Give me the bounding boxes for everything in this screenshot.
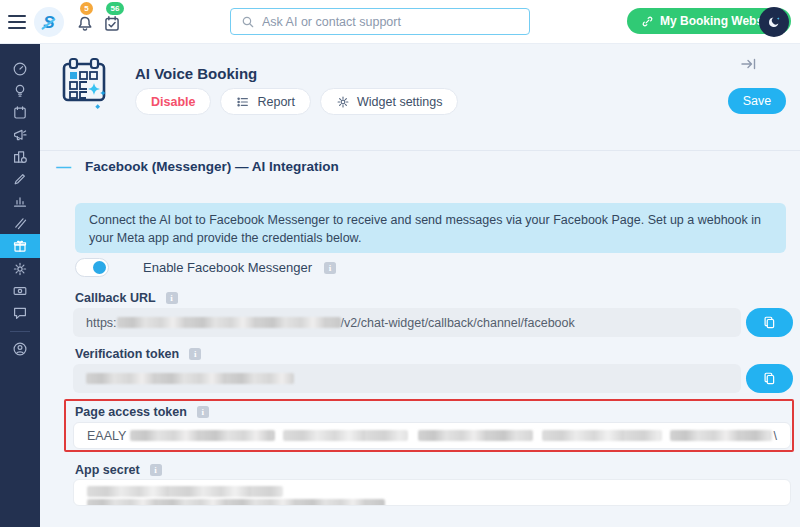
- search-icon: [241, 15, 255, 29]
- tasks-calendar-icon[interactable]: [103, 15, 121, 33]
- sidebar-item-marketing[interactable]: [0, 124, 40, 146]
- gift-icon: [12, 238, 28, 254]
- page-title: AI Voice Booking: [135, 65, 257, 82]
- header-divider: [40, 150, 800, 151]
- banknote-icon: [12, 283, 28, 299]
- save-button[interactable]: Save: [728, 88, 786, 114]
- info-icon[interactable]: i: [197, 406, 209, 418]
- section-header: — Facebook (Messenger) — AI Integration: [56, 158, 339, 175]
- enable-messenger-row: Enable Facebook Messenger i: [75, 258, 336, 277]
- main-content: AI Voice Booking Disable Report Widget s…: [40, 44, 800, 527]
- sidebar-item-company[interactable]: [0, 146, 40, 168]
- notifications-badge: 5: [80, 2, 93, 15]
- sidebar-item-reports[interactable]: [0, 190, 40, 212]
- section-title: Facebook (Messenger) — AI Integration: [85, 159, 339, 174]
- notifications-bell-icon[interactable]: [76, 15, 94, 33]
- sidebar-item-settings[interactable]: [0, 258, 40, 280]
- redacted-text: [670, 430, 771, 441]
- app-window: S 5 56 My Booking Website: [0, 0, 800, 527]
- tasks-badge: 56: [106, 2, 124, 15]
- redacted-text: [283, 430, 408, 441]
- info-icon[interactable]: i: [150, 464, 162, 476]
- toggle-knob: [93, 261, 106, 274]
- section-collapse-toggle[interactable]: —: [56, 158, 71, 175]
- page-access-token-label-row: Page access token i: [75, 405, 209, 419]
- app-secret-label-row: App secret i: [75, 463, 162, 477]
- buildings-gear-icon: [12, 149, 28, 165]
- copy-icon: [762, 315, 777, 330]
- gauge-icon: [12, 61, 28, 77]
- bar-chart-icon: [12, 193, 28, 209]
- sidebar-item-profile[interactable]: [0, 338, 40, 360]
- sidebar-item-calendar[interactable]: [0, 102, 40, 124]
- collapse-panel-icon[interactable]: [740, 56, 758, 72]
- ai-voice-booking-icon: [60, 57, 108, 111]
- search-input[interactable]: [262, 15, 519, 29]
- redacted-text: [117, 317, 341, 328]
- lightbulb-icon: [12, 83, 28, 99]
- redacted-text: [130, 430, 274, 441]
- search-box[interactable]: [230, 8, 530, 35]
- page-access-token-input[interactable]: EAALY\: [73, 422, 791, 449]
- top-bar: S 5 56 My Booking Website: [0, 0, 800, 44]
- sidebar-item-payments[interactable]: [0, 280, 40, 302]
- megaphone-icon: [12, 127, 28, 143]
- copy-verification-token-button[interactable]: [746, 364, 793, 393]
- sidebar-item-edit[interactable]: [0, 168, 40, 190]
- callback-url-label-row: Callback URL i: [75, 291, 178, 305]
- calendar-icon: [12, 105, 28, 121]
- info-icon[interactable]: i: [324, 262, 336, 274]
- sidebar-divider: [10, 331, 30, 332]
- redacted-text: [86, 373, 294, 384]
- redacted-text: [542, 430, 662, 441]
- redacted-text: [418, 430, 533, 441]
- page-actions: Disable Report Widget settings: [135, 88, 458, 115]
- diagonal-lines-icon: [12, 215, 28, 231]
- widget-settings-button[interactable]: Widget settings: [320, 88, 458, 115]
- redacted-text: [87, 486, 283, 497]
- report-button[interactable]: Report: [220, 88, 311, 115]
- copy-callback-url-button[interactable]: [746, 308, 793, 337]
- callback-url-input[interactable]: https:/v2/chat-widget/callback/channel/f…: [73, 308, 741, 337]
- copy-icon: [762, 371, 777, 386]
- info-icon[interactable]: i: [189, 348, 201, 360]
- sidebar-item-design[interactable]: [0, 212, 40, 234]
- sidebar-item-insights[interactable]: [0, 80, 40, 102]
- verification-token-label-row: Verification token i: [75, 347, 201, 361]
- hamburger-menu-icon[interactable]: [8, 15, 28, 29]
- link-icon: [641, 15, 654, 28]
- sidebar-item-chat[interactable]: [0, 302, 40, 324]
- enable-messenger-label: Enable Facebook Messenger: [143, 260, 312, 275]
- app-secret-input[interactable]: [73, 479, 791, 506]
- pencil-icon: [12, 171, 28, 187]
- disable-button[interactable]: Disable: [135, 88, 211, 115]
- redacted-text: [87, 499, 385, 506]
- gear-icon: [336, 95, 350, 109]
- chat-bubble-icon: [12, 305, 28, 321]
- sidebar-item-custom-features[interactable]: [0, 234, 40, 258]
- list-icon: [236, 95, 250, 109]
- app-logo[interactable]: S: [34, 7, 64, 37]
- sidebar-nav: [0, 44, 40, 527]
- sidebar-item-dashboard[interactable]: [0, 58, 40, 80]
- person-circle-icon: [12, 341, 28, 357]
- gear-icon: [12, 261, 28, 277]
- info-icon[interactable]: i: [166, 292, 178, 304]
- enable-messenger-toggle[interactable]: [75, 258, 109, 277]
- info-banner: Connect the AI bot to Facebook Messenger…: [75, 203, 786, 253]
- theme-toggle-moon-icon[interactable]: [759, 7, 789, 37]
- verification-token-input[interactable]: [73, 364, 741, 393]
